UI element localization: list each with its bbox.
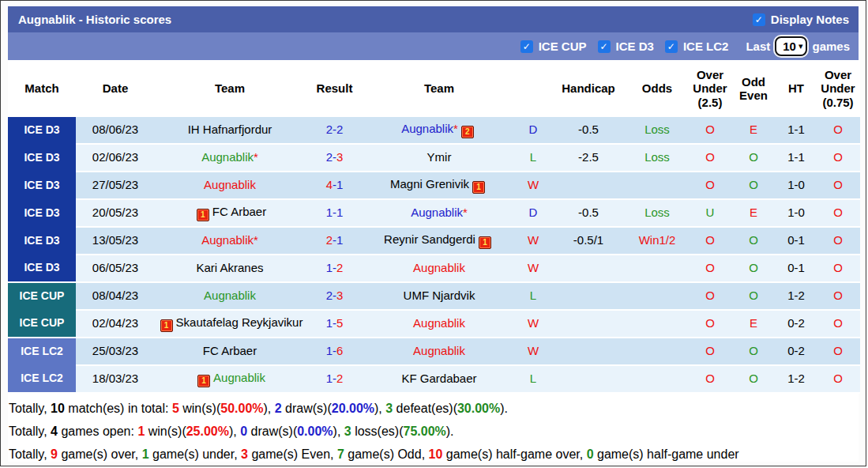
team-name: Ymir	[427, 150, 452, 164]
date-cell: 25/03/23	[76, 338, 155, 365]
date-cell: 27/05/23	[76, 172, 155, 199]
outcome-letter: D	[529, 123, 538, 136]
team-name: KF Gardabaer	[401, 372, 476, 385]
over-under-25-flag: O	[705, 316, 715, 330]
table-row: ICE D320/05/231FC Arbaer1-1Augnablik*D-0…	[8, 199, 860, 227]
home-score: 2	[326, 233, 333, 247]
games-label: games	[812, 40, 850, 53]
ice-d3-filter: ✓ ICE D3	[598, 40, 654, 53]
away-score: 3	[336, 150, 343, 164]
score-cell: 2-3	[305, 144, 364, 172]
score-cell: 4-1	[305, 172, 364, 199]
outcome-letter: L	[530, 150, 536, 164]
handicap-cell: -0.5	[552, 199, 625, 227]
team-name: Augnablik	[411, 206, 463, 219]
col-header-result: Result	[305, 60, 364, 117]
score-cell: 1-2	[305, 365, 364, 393]
historic-scores-table: Match Date Team Result Team Handicap Odd…	[8, 60, 860, 394]
over-under-25-flag: O	[705, 233, 715, 247]
team-name: Augnablik	[401, 122, 453, 135]
ht-cell: 0-2	[776, 310, 816, 338]
away-score: 6	[336, 344, 343, 357]
summary-text: ),	[374, 402, 385, 415]
display-notes-checkbox[interactable]: ✓	[753, 13, 765, 26]
away-team-cell: Augnablik*	[364, 199, 514, 227]
handicap-cell	[552, 365, 625, 393]
summary-text: draw(s)(	[247, 425, 297, 438]
odd-even-flag: O	[749, 289, 758, 302]
score-cell: 1-6	[305, 338, 364, 365]
rank-badge-icon: 1	[197, 375, 210, 387]
date-cell: 08/04/23	[76, 282, 155, 310]
ht-cell: 0-1	[776, 227, 816, 255]
odd-even-flag: O	[749, 344, 758, 357]
ice-cup-label: ICE CUP	[539, 40, 587, 53]
league-cell: ICE D3	[8, 227, 76, 255]
away-score: 1	[336, 233, 343, 247]
home-team-cell: Augnablik	[155, 172, 305, 199]
ice-d3-checkbox[interactable]: ✓	[598, 40, 611, 53]
ht-cell: 1-0	[776, 172, 816, 199]
score-cell: 2-1	[305, 227, 364, 255]
handicap-cell	[552, 310, 625, 338]
table-row: ICE D313/05/23Augnablik*2-1Reynir Sandge…	[8, 227, 860, 255]
score-cell: 1-1	[305, 199, 364, 227]
ice-lc2-checkbox[interactable]: ✓	[665, 40, 678, 53]
odds-cell: Loss	[625, 117, 690, 144]
col-header-odds: Odds	[625, 60, 690, 117]
date-cell: 08/06/23	[76, 117, 155, 144]
home-score: 2	[326, 289, 333, 302]
ice-cup-checkbox[interactable]: ✓	[520, 40, 533, 53]
summary-text: defeat(es)(	[393, 402, 457, 415]
summary-text: 3	[241, 447, 248, 461]
away-score: 1	[336, 178, 343, 191]
handicap-cell: -0.5	[552, 117, 625, 144]
team-name: FC Arbaer	[212, 205, 266, 218]
outcome-letter: W	[528, 261, 539, 274]
display-notes-label: Display Notes	[771, 13, 849, 26]
summary-text: 20.00%	[332, 402, 374, 415]
over-under-075-flag: O	[833, 261, 843, 274]
odd-even-cell: O	[731, 365, 776, 393]
odds-cell	[625, 282, 690, 310]
summary-text: game(s) half-game over,	[442, 447, 586, 461]
over-under-075-flag: O	[833, 233, 843, 247]
home-team-cell: IH Hafnarfjordur	[155, 117, 305, 144]
summary-text: 9	[51, 447, 58, 461]
odds-cell	[625, 310, 690, 338]
over-under-075-cell: O	[816, 255, 860, 282]
summary-text: win(s)(	[145, 425, 186, 438]
last-games-select[interactable]: 10 ▾	[775, 36, 807, 56]
ht-cell: 1-2	[776, 365, 816, 393]
outcome-cell: W	[514, 338, 552, 365]
over-under-075-flag: O	[833, 316, 843, 330]
team-name: Skautafelag Reykjavikur	[176, 315, 303, 329]
outcome-letter: W	[528, 233, 539, 247]
league-cell: ICE CUP	[8, 282, 76, 310]
home-team-cell: Augnablik*	[155, 227, 305, 255]
col-header-home-team: Team	[155, 60, 305, 117]
chevron-down-icon: ▾	[798, 42, 803, 51]
home-score: 1	[326, 344, 333, 357]
outcome-letter: W	[528, 316, 539, 330]
over-under-25-cell: O	[690, 310, 731, 338]
over-under-075-flag: O	[833, 289, 843, 302]
summary-text: ),	[333, 425, 344, 438]
over-under-075-flag: O	[833, 344, 843, 357]
team-name: IH Hafnarfjordur	[188, 123, 272, 136]
away-team-cell: Augnablik*2	[364, 117, 514, 144]
odd-even-cell: O	[731, 282, 776, 310]
summary-text: game(s) half-game under	[594, 447, 739, 461]
outcome-cell: W	[514, 172, 552, 199]
odd-even-cell: O	[731, 172, 776, 199]
home-team-cell: 1FC Arbaer	[155, 199, 305, 227]
summary-text: game(s) over,	[58, 447, 142, 461]
summary-text: win(s)(	[179, 402, 220, 415]
score-cell: 2-2	[305, 117, 364, 144]
away-team-cell: Reynir Sandgerdi1	[364, 227, 514, 255]
over-under-25-flag: O	[705, 344, 715, 357]
ht-cell: 0-2	[776, 338, 816, 365]
over-under-25-flag: O	[705, 178, 715, 191]
col-header-match: Match	[8, 60, 76, 117]
odds-cell	[625, 338, 690, 365]
